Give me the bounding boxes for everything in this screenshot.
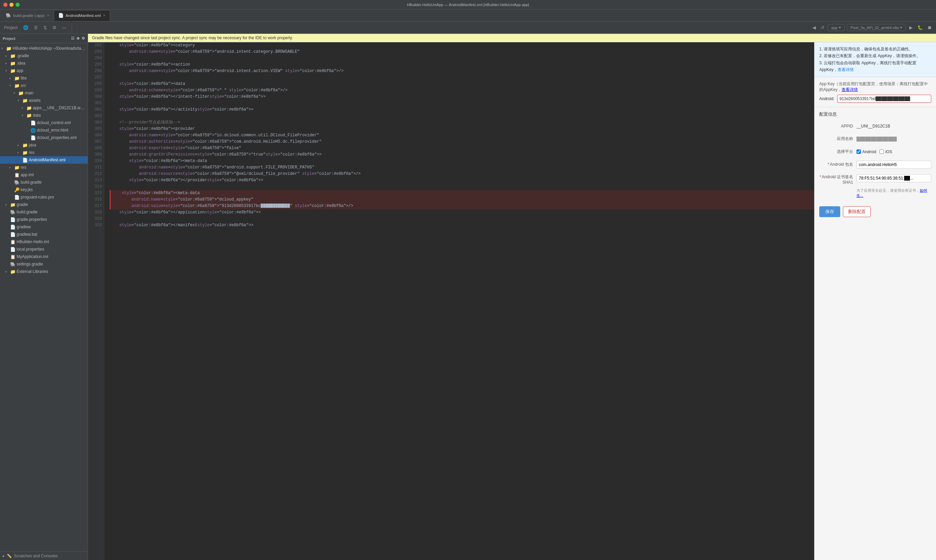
tree-icon-key-jks: 🔑 (14, 187, 20, 192)
close-button[interactable] (3, 3, 8, 7)
sidebar-item-app-iml[interactable]: 📋app.iml (0, 171, 88, 178)
sidebar-item-src[interactable]: ▾📁src (0, 82, 88, 89)
sidebar-icon-2[interactable]: ⊕ (77, 36, 80, 41)
line-num-297: 297 (88, 74, 102, 81)
info-link[interactable]: 查看详情 (837, 67, 854, 72)
tree-arrow-res-app: ▸ (9, 166, 14, 169)
sidebar-item-my-application-iml[interactable]: 📋MyApplication.iml (0, 253, 88, 260)
toolbar-list-icon[interactable]: ☰ (32, 25, 39, 31)
sidebar-item-hbuilder-hello-iml[interactable]: 📋HBuilder-Hello.iml (0, 238, 88, 246)
sidebar-item-gradle-dir[interactable]: ▸📁gradle (0, 201, 88, 208)
sidebar-item-app[interactable]: ▾📁app (0, 67, 88, 74)
device-arrow: ▾ (900, 25, 902, 30)
sidebar-item-res-main[interactable]: ▸📁res (0, 149, 88, 156)
code-area[interactable]: style="color:#e8bf6a"><category android:… (104, 42, 814, 560)
toolbar-project-label: Project (3, 25, 19, 31)
sidebar-item-gradlew[interactable]: 📄gradlew (0, 223, 88, 231)
code-line-305: style="color:#e8bf6a"><provider (109, 126, 814, 132)
sidebar-item-idea[interactable]: ▸📁.idea (0, 60, 88, 67)
ios-checkbox-label[interactable]: iOS (879, 149, 892, 154)
appkey-section: App Key（当前应用打包配置页，使用场景：离线打包配置中的AppKey，查看… (814, 77, 936, 107)
sidebar-item-android-manifest-file[interactable]: 📄AndroidManifest.xml (0, 156, 88, 164)
sidebar-item-dcloud-properties[interactable]: 📄dcloud_properties.xml (0, 134, 88, 142)
tree-label-build-gradle-file: build.gradle (21, 180, 42, 185)
sidebar-icon-3[interactable]: ⚙ (82, 36, 85, 41)
device-selector[interactable]: Pixel_3a_API_32_arm64-v8a ▾ (847, 24, 906, 31)
line-num-294: 294 (88, 55, 102, 62)
right-panel: 1. 请谨慎填写应用信息，确保包名及签名的正确性。 2. 若修改已有配置，会重新… (814, 42, 936, 560)
run-config-selector[interactable]: app ▾ (828, 24, 845, 31)
code-line-315: style="color:#e8bf6a"><meta-data (109, 190, 814, 197)
android-checkbox[interactable] (856, 149, 861, 154)
play-icon[interactable]: ▶ (908, 25, 914, 31)
sidebar-item-main[interactable]: ▾📁main (0, 89, 88, 97)
safety-link[interactable]: 如何生... (856, 188, 927, 197)
pkg-input[interactable] (856, 161, 931, 169)
tree-label-data: data (33, 113, 41, 118)
info-line-3: 3. 云端打包会自动获取 AppKey，离线打包需手动配置AppKey，查看详情 (819, 60, 931, 73)
tab-build-gradle[interactable]: 🐘 build.gradle (:app) ✕ (2, 10, 54, 21)
sidebar-item-settings-gradle[interactable]: 🐘settings.gradle (0, 260, 88, 268)
sidebar-item-external-libraries[interactable]: ▸📁External Libraries (0, 268, 88, 275)
code-line-292: style="color:#e8bf6a"><category (109, 42, 814, 49)
sidebar-item-dcloud-error[interactable]: 🌐dcloud_error.html (0, 126, 88, 134)
debug-icon[interactable]: 🐛 (916, 25, 924, 31)
appkey-detail-link[interactable]: 查看详情 (842, 87, 858, 92)
editor-content[interactable]: 2922932942952962972982993003013023033043… (88, 42, 814, 560)
sidebar-item-apps-uni[interactable]: ▸📁apps.__UNI__D912C1B.www (0, 104, 88, 112)
title-bar: HBuilder-HelloUniApp — AndroidManifest.x… (0, 0, 936, 9)
tree-icon-gradle-root: 📁 (10, 54, 15, 58)
maximize-button[interactable] (15, 3, 20, 7)
line-num-308: 308 (88, 145, 102, 151)
android-key-input[interactable] (837, 95, 931, 103)
refresh-icon[interactable]: ↺ (819, 25, 826, 31)
ios-checkbox[interactable] (879, 149, 884, 154)
tab-android-manifest[interactable]: 📄 AndroidManifest.xml ✕ (54, 10, 110, 21)
safety-note: 为了应用安全起见，请使用自有证书，如何生... (819, 188, 931, 198)
delete-button[interactable]: 删除配置 (843, 206, 871, 217)
tab-build-gradle-close[interactable]: ✕ (47, 14, 49, 17)
sidebar-item-hbuilder-root[interactable]: ▾📁HBuilder-HelloUniApp ~/Downloads/lates… (0, 45, 88, 52)
toolbar-sort-icon[interactable]: ⇅ (42, 25, 48, 31)
tree-arrow-idea: ▸ (5, 62, 10, 65)
toolbar-settings-icon[interactable]: ⚙ (51, 25, 58, 31)
stop-icon[interactable]: ⏹ (926, 25, 933, 31)
line-num-309: 309 (88, 151, 102, 158)
tree-arrow-libs: ▸ (9, 77, 14, 80)
sidebar-item-gradle-root[interactable]: ▸📁.gradle (0, 52, 88, 60)
sidebar-item-assets[interactable]: ▾📁assets (0, 97, 88, 104)
info-line-1: 1. 请谨慎填写应用信息，确保包名及签名的正确性。 (819, 46, 931, 52)
sidebar-item-gradlew-bat[interactable]: 📄gradlew.bat (0, 231, 88, 238)
sidebar-item-key-jks[interactable]: 🔑key.jks (0, 186, 88, 194)
toolbar: Project 🌐 ☰ ⇅ ⚙ — ◀ ↺ app ▾ Pixel_3a_API… (0, 22, 936, 34)
tree-icon-main: 📁 (18, 91, 24, 96)
save-button[interactable]: 保存 (819, 206, 840, 217)
toolbar-globe-icon[interactable]: 🌐 (22, 25, 30, 31)
sidebar-item-libs[interactable]: ▸📁libs (0, 74, 88, 82)
toolbar-close-icon[interactable]: — (60, 25, 68, 31)
sidebar-item-local-properties[interactable]: 📄local.properties (0, 246, 88, 253)
sha1-input[interactable] (856, 174, 931, 182)
tree-icon-libs: 📁 (14, 76, 20, 81)
sidebar-icon-1[interactable]: ☷ (71, 36, 74, 41)
minimize-button[interactable] (9, 3, 14, 7)
tree-icon-gradle-dir: 📁 (10, 202, 15, 207)
sidebar-item-build-gradle-root[interactable]: 🐘build.gradle (0, 208, 88, 216)
sidebar-header: Project ☷ ⊕ ⚙ (0, 34, 88, 43)
tree-label-key-jks: key.jks (21, 187, 33, 192)
tree-arrow-apps-uni: ▸ (22, 106, 26, 109)
sidebar-item-res-app[interactable]: ▸📁res (0, 164, 88, 171)
sidebar-item-build-gradle-file[interactable]: 🐘build.gradle (0, 178, 88, 186)
sidebar-item-data[interactable]: ▾📁data (0, 112, 88, 119)
sidebar-item-proguard[interactable]: 📄proguard-rules.pro (0, 194, 88, 201)
tree-icon-dcloud-properties: 📄 (31, 135, 36, 140)
sidebar-header-icons: ☷ ⊕ ⚙ (71, 36, 85, 41)
tab-android-manifest-close[interactable]: ✕ (103, 14, 106, 17)
sidebar-item-java[interactable]: ▸📁java (0, 142, 88, 149)
sidebar-scratches[interactable]: ▸ ✏️ Scratches and Consoles (0, 551, 88, 560)
back-icon[interactable]: ◀ (811, 25, 817, 31)
code-line-309: android:grantUriPermissions=style="color… (109, 151, 814, 158)
android-checkbox-label[interactable]: Android (856, 149, 876, 154)
sidebar-item-gradle-properties[interactable]: 📄gradle.properties (0, 216, 88, 223)
sidebar-item-dcloud-control[interactable]: 📄dcloud_control.xml (0, 119, 88, 126)
